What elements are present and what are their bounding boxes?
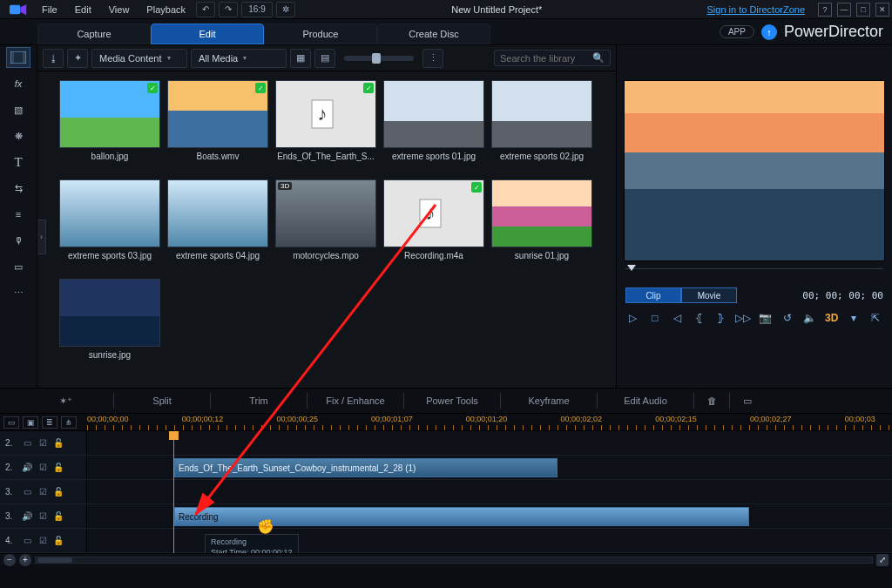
zoom-in-button[interactable]: + — [19, 554, 31, 566]
track-header[interactable]: 3.🔊☑🔓 — [0, 504, 87, 528]
grid-view-button[interactable]: ▦ — [290, 49, 311, 68]
media-item[interactable]: extreme sports 03.jpg — [58, 179, 161, 275]
timeline-hscroll[interactable] — [35, 557, 873, 564]
preview-3d-button[interactable]: 3D — [824, 310, 839, 326]
track-lane[interactable] — [87, 431, 892, 455]
track-enable-toggle[interactable]: ☑ — [37, 486, 49, 498]
signin-link[interactable]: Sign in to DirectorZone — [697, 4, 816, 15]
preview-mode-clip[interactable]: Clip — [625, 287, 681, 303]
track-lock-toggle[interactable]: 🔓 — [52, 535, 64, 547]
track-lane[interactable]: Recording — [87, 504, 892, 528]
fx-room-icon[interactable]: fx — [6, 73, 30, 94]
tab-createdisc[interactable]: Create Disc — [377, 24, 490, 44]
preview-seek[interactable] — [625, 268, 883, 284]
track-enable-toggle[interactable]: ☑ — [37, 462, 49, 474]
menu-view[interactable]: View — [100, 0, 139, 18]
settings-button[interactable]: ✲ — [276, 2, 295, 17]
keyframe-button[interactable]: Keyframe — [501, 389, 597, 413]
track-lock-toggle[interactable]: 🔓 — [52, 437, 64, 449]
tl-markers-icon[interactable]: ⋔ — [61, 416, 77, 429]
plugins-button[interactable]: ✦ — [67, 49, 88, 68]
preview-viewport[interactable] — [624, 80, 885, 261]
aspect-ratio-button[interactable]: 16:9 — [241, 2, 273, 17]
media-room-icon[interactable] — [6, 47, 30, 68]
tab-edit[interactable]: Edit — [151, 24, 264, 44]
timeline-clip[interactable]: Ends_Of_The_Earth_Sunset_Cowboy_instrume… — [174, 458, 558, 477]
prev-frame-button[interactable]: ◁ — [670, 310, 685, 326]
media-item[interactable]: ♪✓Ends_Of_The_Earth_S... — [274, 80, 377, 176]
help-button[interactable]: ? — [818, 3, 832, 17]
timeline-playhead[interactable] — [173, 431, 174, 553]
voiceover-room-icon[interactable]: 🎙 — [6, 230, 30, 251]
step-fwd-button[interactable]: ⦄ — [713, 310, 728, 326]
pip-room-icon[interactable]: ▧ — [6, 99, 30, 120]
split-button[interactable]: Split — [114, 389, 210, 413]
magic-tools-button[interactable]: ✶⁺ — [17, 389, 113, 413]
track-lock-toggle[interactable]: 🔓 — [52, 462, 64, 474]
track-lock-toggle[interactable]: 🔓 — [52, 486, 64, 498]
trim-button[interactable]: Trim — [211, 389, 307, 413]
media-item[interactable]: 3Dmotorcycles.mpo — [274, 179, 377, 275]
maximize-button[interactable]: □ — [856, 3, 870, 17]
media-item[interactable]: ♪✓Recording.m4a — [382, 179, 485, 275]
track-lane[interactable] — [87, 480, 892, 504]
tl-view-story-icon[interactable]: ▣ — [23, 416, 38, 429]
media-item[interactable]: sunrise.jpg — [58, 279, 161, 375]
track-enable-toggle[interactable]: ☑ — [37, 535, 49, 547]
library-menu-button[interactable]: ⋮ — [422, 49, 443, 68]
media-item[interactable]: extreme sports 01.jpg — [382, 80, 485, 176]
step-back-button[interactable]: ⦃ — [692, 310, 706, 326]
app-pill[interactable]: APP — [720, 25, 754, 38]
media-item[interactable]: extreme sports 04.jpg — [166, 179, 269, 275]
more-clip-button[interactable]: ▭ — [730, 395, 765, 407]
preview-quality-button[interactable]: ▾ — [846, 310, 861, 326]
menu-playback[interactable]: Playback — [138, 0, 194, 18]
fit-timeline-button[interactable]: ⤢ — [876, 554, 889, 566]
track-enable-toggle[interactable]: ☑ — [37, 510, 49, 523]
tl-view-movie-icon[interactable]: ▭ — [3, 416, 19, 429]
chapter-room-icon[interactable]: ▭ — [6, 256, 30, 277]
audio-room-icon[interactable]: ≡ — [6, 204, 30, 225]
tab-capture[interactable]: Capture — [37, 24, 151, 44]
minimize-button[interactable]: — — [837, 3, 851, 17]
fix-enhance-button[interactable]: Fix / Enhance — [307, 389, 403, 413]
title-room-icon[interactable]: T — [6, 152, 30, 172]
particle-room-icon[interactable]: ❋ — [6, 125, 30, 146]
preview-mode-movie[interactable]: Movie — [681, 287, 737, 303]
media-item[interactable]: ✓ballon.jpg — [58, 80, 161, 176]
delete-clip-button[interactable]: 🗑 — [694, 395, 729, 406]
track-header[interactable]: 2.🔊☑🔓 — [0, 456, 87, 479]
search-box[interactable]: 🔍 — [494, 50, 611, 66]
list-view-button[interactable]: ▤ — [314, 49, 335, 68]
track-header[interactable]: 4.▭☑🔓 — [0, 529, 87, 552]
toolcol-expander[interactable]: › — [37, 220, 46, 254]
snapshot-button[interactable]: 📷 — [758, 310, 773, 326]
thumb-size-slider[interactable] — [344, 56, 414, 61]
track-lane[interactable]: Ends_Of_The_Earth_Sunset_Cowboy_instrume… — [87, 456, 892, 479]
next-frame-button[interactable]: ▷▷ — [735, 310, 751, 326]
tl-tracks-icon[interactable]: ≣ — [42, 416, 57, 429]
loop-button[interactable]: ↺ — [780, 310, 795, 326]
media-filter-dropdown[interactable]: All Media▾ — [191, 49, 287, 68]
media-item[interactable]: sunrise 01.jpg — [490, 179, 593, 275]
subtitle-room-icon[interactable]: ⋯ — [6, 282, 30, 303]
seek-playhead[interactable] — [627, 265, 636, 271]
undo-button[interactable]: ↶ — [196, 2, 215, 17]
transition-room-icon[interactable]: ⇆ — [6, 178, 30, 199]
menu-edit[interactable]: Edit — [66, 0, 100, 18]
tab-produce[interactable]: Produce — [264, 24, 377, 44]
power-tools-button[interactable]: Power Tools — [404, 389, 500, 413]
edit-audio-button[interactable]: Edit Audio — [598, 389, 693, 413]
media-item[interactable]: ✓Boats.wmv — [166, 80, 269, 176]
track-header[interactable]: 2.▭☑🔓 — [0, 431, 87, 455]
track-enable-toggle[interactable]: ☑ — [37, 437, 49, 449]
media-item[interactable]: extreme sports 02.jpg — [490, 80, 593, 176]
volume-button[interactable]: 🔈 — [802, 310, 817, 326]
menu-file[interactable]: File — [33, 0, 66, 18]
stop-button[interactable]: □ — [647, 310, 662, 326]
cloud-icon[interactable]: ↑ — [761, 24, 777, 40]
track-lock-toggle[interactable]: 🔓 — [52, 510, 64, 523]
close-button[interactable]: ✕ — [875, 3, 889, 17]
media-category-dropdown[interactable]: Media Content▾ — [91, 49, 187, 68]
import-media-button[interactable]: ⭳ — [43, 49, 64, 68]
